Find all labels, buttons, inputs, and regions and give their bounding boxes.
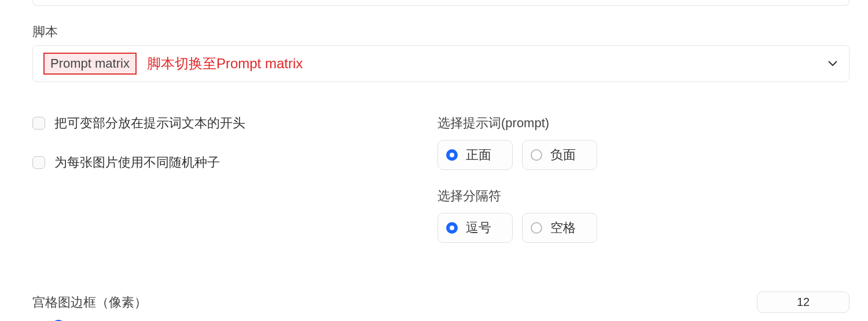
separator-select-label: 选择分隔符 xyxy=(437,187,856,205)
previous-panel-bottom-edge xyxy=(32,0,849,6)
radio-icon xyxy=(446,222,458,234)
radio-prompt-negative[interactable]: 负面 xyxy=(522,140,597,170)
script-section-label: 脚本 xyxy=(32,23,856,40)
grid-border-value-input[interactable]: 12 xyxy=(757,292,849,313)
radio-label: 负面 xyxy=(550,146,576,164)
checkbox-label: 为每张图片使用不同随机种子 xyxy=(54,154,220,171)
chevron-down-icon xyxy=(828,61,837,67)
prompt-select-group: 正面 负面 xyxy=(437,140,856,170)
script-dropdown[interactable]: Prompt matrix 脚本切换至Prompt matrix xyxy=(32,45,849,82)
radio-label: 正面 xyxy=(466,146,491,164)
radio-separator-comma[interactable]: 逗号 xyxy=(437,213,513,243)
script-annotation-text: 脚本切换至Prompt matrix xyxy=(147,54,303,73)
radio-label: 逗号 xyxy=(466,219,491,237)
radio-prompt-positive[interactable]: 正面 xyxy=(437,140,513,170)
prompt-select-label: 选择提示词(prompt) xyxy=(437,115,856,132)
radio-icon xyxy=(531,149,542,161)
checkbox-label: 把可变部分放在提示词文本的开头 xyxy=(54,115,245,132)
script-selected-value-highlight: Prompt matrix xyxy=(43,53,137,75)
checkbox-variable-at-start[interactable]: 把可变部分放在提示词文本的开头 xyxy=(32,115,437,132)
radio-label: 空格 xyxy=(550,219,576,237)
checkbox-icon xyxy=(32,117,45,130)
radio-separator-space[interactable]: 空格 xyxy=(522,213,597,243)
grid-border-label: 宫格图边框（像素） xyxy=(32,294,147,311)
checkbox-different-seed[interactable]: 为每张图片使用不同随机种子 xyxy=(32,154,437,171)
checkbox-icon xyxy=(32,156,45,169)
radio-icon xyxy=(446,149,458,161)
separator-select-group: 逗号 空格 xyxy=(437,213,856,243)
radio-icon xyxy=(531,222,542,234)
